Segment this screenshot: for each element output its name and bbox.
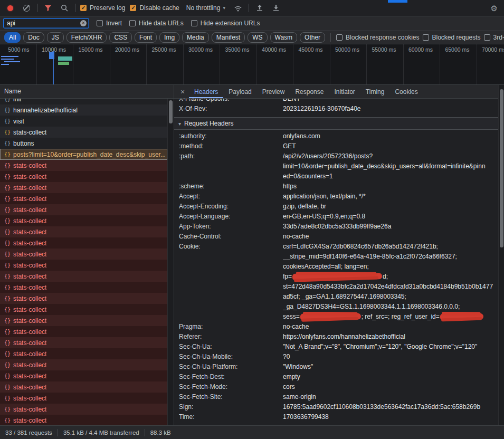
request-headers-section-header[interactable]: ▾ Request Headers	[174, 117, 498, 130]
request-row[interactable]: {}stats-collect	[0, 415, 167, 425]
header-value: https://onlyfans.com/hannahelizabethoffi…	[283, 332, 498, 342]
record-button[interactable]	[4, 2, 16, 14]
request-row[interactable]: {}stats-collect	[0, 337, 167, 348]
request-name: stats-collect	[13, 295, 46, 302]
scrollbar-thumb[interactable]	[169, 100, 173, 123]
request-row[interactable]: {}posts?limit=10&order=publish_date_desc…	[0, 149, 167, 160]
tab-timing[interactable]: Timing	[360, 85, 390, 98]
filter-chip-doc[interactable]: Doc	[23, 32, 44, 43]
third-party-requests-checkbox[interactable]: 3rd-party requests	[484, 34, 504, 41]
tab-payload[interactable]: Payload	[223, 85, 256, 98]
filter-chip-ws[interactable]: WS	[248, 32, 267, 43]
scrollbar-thumb[interactable]	[500, 89, 503, 247]
request-row[interactable]: {}stats-collect	[0, 348, 167, 359]
filter-chip-other[interactable]: Other	[300, 32, 325, 43]
filter-chip-fetch-xhr[interactable]: Fetch/XHR	[66, 32, 107, 43]
timeline-label: 50000 ms	[335, 46, 359, 53]
header-value: https	[283, 182, 498, 192]
tab-headers[interactable]: Headers	[189, 85, 223, 98]
request-row[interactable]: {}stats-collect	[0, 381, 167, 393]
filter-chip-img[interactable]: Img	[159, 32, 179, 43]
request-row[interactable]: {}stats-collect	[0, 215, 167, 226]
clear-network-log-button[interactable]	[21, 2, 32, 14]
request-row[interactable]: {}stats-collect	[0, 404, 167, 415]
header-key: Sec-Ch-Ua:	[179, 342, 283, 352]
disable-cache-checkbox[interactable]: Disable cache	[130, 4, 179, 12]
network-conditions-button[interactable]	[232, 2, 244, 14]
request-row[interactable]: {}buttons	[0, 138, 167, 149]
filter-toggle-button[interactable]	[42, 2, 54, 14]
upload-icon	[256, 4, 263, 12]
request-name: stats-collect	[13, 373, 46, 380]
request-row[interactable]: {}stats-collect	[0, 260, 167, 271]
request-row[interactable]: {}stats-collect	[0, 271, 167, 282]
request-row[interactable]: {}stats-collect	[0, 171, 167, 182]
request-row[interactable]: {}init	[0, 99, 167, 104]
filter-chip-wasm[interactable]: Wasm	[270, 32, 298, 43]
request-row[interactable]: {}stats-collect	[0, 193, 167, 204]
request-row[interactable]: {}stats-collect	[0, 359, 167, 370]
tab-initiator[interactable]: Initiator	[329, 85, 360, 98]
hide-data-urls-checkbox[interactable]: Hide data URLs	[129, 20, 184, 27]
hide-extension-urls-checkbox[interactable]: Hide extension URLs	[191, 20, 260, 27]
timeline-label: 25000 ms	[151, 46, 176, 53]
request-row[interactable]: {}stats-collect	[0, 237, 167, 249]
request-list-scrollbar[interactable]	[167, 99, 174, 425]
header-key: :path:	[179, 151, 283, 161]
filter-input[interactable]	[7, 20, 80, 27]
network-overview[interactable]: 5000 ms10000 ms15000 ms20000 ms25000 ms3…	[0, 44, 504, 85]
overview-activity-bar	[4, 61, 20, 62]
header-row: Cookie:csrf=LdfcGX4Sa72db06824c657db26a5…	[174, 242, 498, 322]
request-row[interactable]: {}stats-collect	[0, 249, 167, 260]
filter-chip-css[interactable]: CSS	[109, 32, 132, 43]
request-row[interactable]: {}stats-collect	[0, 304, 167, 315]
request-row[interactable]: {}stats-collect	[0, 326, 167, 337]
tab-cookies[interactable]: Cookies	[389, 85, 423, 98]
request-row[interactable]: {}visit	[0, 116, 167, 127]
disclosure-triangle-icon: ▾	[178, 121, 181, 127]
throttling-select[interactable]: No throttling ▾	[184, 3, 227, 13]
timeline-ruler: 5000 ms10000 ms15000 ms20000 ms25000 ms3…	[0, 44, 504, 84]
search-button[interactable]	[59, 2, 70, 14]
tab-response[interactable]: Response	[290, 85, 329, 98]
network-main-area: Name {}init{}hannahelizabethofficial{}vi…	[0, 85, 504, 425]
request-row[interactable]: {}stats-collect	[0, 315, 167, 326]
request-row[interactable]: {}stats-collect	[0, 182, 167, 193]
request-row[interactable]: {}stats-collect	[0, 160, 167, 171]
request-row[interactable]: {}stats-collect	[0, 293, 167, 304]
request-row[interactable]: {}stats-collect	[0, 370, 167, 381]
filter-chip-media[interactable]: Media	[182, 32, 209, 43]
request-row[interactable]: {}stats-collect	[0, 282, 167, 293]
blocked-requests-checkbox[interactable]: Blocked requests	[423, 34, 481, 41]
settings-gear-icon[interactable]: ⚙	[489, 4, 500, 12]
header-key: Sec-Fetch-Site:	[179, 392, 283, 402]
filter-chip-all[interactable]: All	[4, 32, 21, 43]
request-row[interactable]: {}stats-collect	[0, 226, 167, 237]
filter-chip-js[interactable]: JS	[47, 32, 64, 43]
column-header-name[interactable]: Name	[0, 85, 174, 99]
request-name: stats-collect	[13, 406, 46, 413]
header-value: GET	[283, 141, 498, 151]
filter-chip-manifest[interactable]: Manifest	[212, 32, 245, 43]
close-details-button[interactable]: ×	[176, 85, 189, 99]
blocked-response-cookies-checkbox[interactable]: Blocked response cookies	[336, 34, 419, 41]
tab-preview[interactable]: Preview	[257, 85, 290, 98]
filter-chip-font[interactable]: Font	[135, 32, 157, 43]
clear-filter-icon[interactable]: ×	[80, 20, 87, 26]
invert-checkbox[interactable]: Invert	[97, 20, 122, 27]
request-row[interactable]: {}stats-collect	[0, 393, 167, 404]
header-value: onlyfans.com	[283, 131, 498, 141]
details-scrollbar[interactable]	[498, 85, 504, 425]
request-row[interactable]: {}stats-collect	[0, 127, 167, 138]
funnel-icon	[44, 5, 52, 12]
request-row[interactable]: {}hannahelizabethofficial	[0, 104, 167, 116]
filter-bar: × Invert Hide data URLs Hide extension U…	[0, 16, 504, 31]
request-name: stats-collect	[13, 184, 46, 192]
checkbox-icon	[484, 34, 490, 41]
request-row[interactable]: {}stats-collect	[0, 204, 167, 215]
script-icon: {}	[4, 262, 11, 268]
export-har-button[interactable]	[270, 2, 282, 14]
preserve-log-checkbox[interactable]: Preserve log	[80, 4, 125, 12]
header-value: no-cache	[283, 322, 498, 332]
import-har-button[interactable]	[254, 2, 265, 14]
